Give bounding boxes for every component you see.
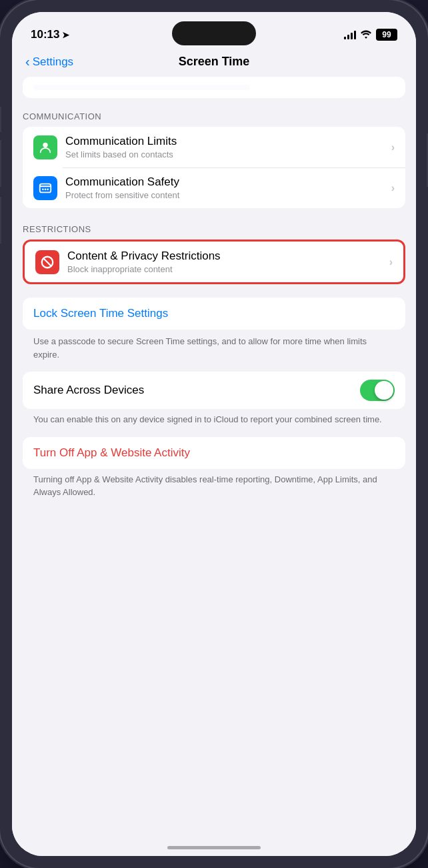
svg-line-6 <box>44 258 51 266</box>
turn-off-group: Turn Off App & Website Activity <box>23 437 405 469</box>
volume-up-button <box>0 140 1 187</box>
share-devices-toggle[interactable] <box>360 380 395 401</box>
battery-indicator: 99 <box>376 29 397 41</box>
communication-limits-subtitle: Set limits based on contacts <box>65 149 391 159</box>
svg-point-3 <box>47 188 49 190</box>
home-indicator <box>167 846 261 849</box>
content-privacy-title: Content & Privacy Restrictions <box>67 250 389 263</box>
content-privacy-row[interactable]: Content & Privacy Restrictions Block ina… <box>23 240 405 284</box>
mute-button <box>0 107 1 132</box>
content-privacy-text: Content & Privacy Restrictions Block ina… <box>67 250 389 274</box>
bar3 <box>351 33 353 39</box>
communication-safety-text: Communication Safety Protect from sensit… <box>65 175 391 200</box>
wifi-icon <box>360 29 372 41</box>
partial-top-row <box>23 77 405 98</box>
share-devices-label: Share Across Devices <box>33 384 360 397</box>
svg-rect-1 <box>40 183 51 192</box>
chevron-left-icon: ‹ <box>25 54 30 69</box>
bar1 <box>344 37 346 39</box>
svg-point-0 <box>43 142 47 147</box>
content-area: COMMUNICATION Communication Limits Set l… <box>12 77 416 856</box>
nav-bar: ‹ Settings Screen Time <box>12 52 416 77</box>
content-privacy-icon <box>35 250 59 274</box>
communication-safety-title: Communication Safety <box>65 175 391 189</box>
communication-safety-icon <box>33 176 57 200</box>
turn-off-button[interactable]: Turn Off App & Website Activity <box>23 437 405 469</box>
communication-limits-icon <box>33 135 57 159</box>
content-privacy-subtitle: Block inappropriate content <box>67 264 389 274</box>
back-label[interactable]: Settings <box>33 55 73 69</box>
time-label: 10:13 <box>31 28 59 41</box>
svg-point-4 <box>45 188 47 190</box>
lock-screen-label[interactable]: Lock Screen Time Settings <box>33 307 168 320</box>
communication-safety-row[interactable]: Communication Safety Protect from sensit… <box>23 167 405 208</box>
communication-safety-subtitle: Protect from sensitive content <box>65 190 391 200</box>
page-title: Screen Time <box>179 55 250 69</box>
restrictions-section-label: RESTRICTIONS <box>12 224 416 234</box>
toggle-knob <box>375 381 393 400</box>
share-devices-group: Share Across Devices <box>23 372 405 409</box>
lock-screen-button[interactable]: Lock Screen Time Settings <box>23 298 405 330</box>
share-devices-row: Share Across Devices <box>23 372 405 409</box>
svg-point-2 <box>42 188 44 190</box>
content-privacy-inner[interactable]: Content & Privacy Restrictions Block ina… <box>25 242 403 282</box>
phone-screen: 10:13 ➤ 99 <box>12 12 416 856</box>
communication-limits-text: Communication Limits Set limits based on… <box>65 135 391 159</box>
communication-limits-row[interactable]: Communication Limits Set limits based on… <box>23 127 405 167</box>
phone-frame: 10:13 ➤ 99 <box>0 0 428 868</box>
share-devices-description: You can enable this on any device signed… <box>12 409 416 429</box>
bar4 <box>354 31 356 39</box>
turn-off-label[interactable]: Turn Off App & Website Activity <box>33 446 190 460</box>
status-time: 10:13 ➤ <box>31 28 69 41</box>
volume-down-button <box>0 197 1 244</box>
location-icon: ➤ <box>62 30 69 40</box>
chevron-right-icon-3: › <box>389 256 393 268</box>
lock-screen-description: Use a passcode to secure Screen Time set… <box>12 330 416 364</box>
communication-group: Communication Limits Set limits based on… <box>23 127 405 208</box>
communication-limits-title: Communication Limits <box>65 135 391 148</box>
chevron-right-icon-2: › <box>391 182 395 194</box>
chevron-right-icon: › <box>391 141 395 153</box>
communication-section-label: COMMUNICATION <box>12 111 416 121</box>
status-icons: 99 <box>344 29 397 41</box>
back-button[interactable]: ‹ Settings <box>25 54 73 69</box>
dynamic-island <box>172 21 256 45</box>
turn-off-description: Turning off App & Website Activity disab… <box>12 469 416 502</box>
lock-screen-group: Lock Screen Time Settings <box>23 298 405 330</box>
signal-bars <box>344 30 356 39</box>
battery-level: 99 <box>382 30 391 39</box>
bar2 <box>347 35 349 39</box>
